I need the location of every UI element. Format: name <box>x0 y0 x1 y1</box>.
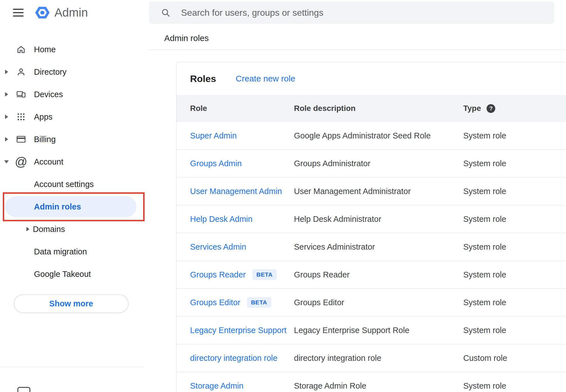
column-header-role: Role <box>190 104 294 113</box>
sidebar-item-label: Apps <box>34 112 53 122</box>
sidebar-item-billing[interactable]: Billing <box>0 128 149 151</box>
sidebar-item-label: Directory <box>34 67 67 77</box>
sidebar-item-data-migration[interactable]: Data migration <box>0 240 149 263</box>
roles-table-body: Super AdminGoogle Apps Administrator See… <box>177 122 566 392</box>
chevron-right-icon[interactable] <box>0 92 13 97</box>
sidebar-divider <box>0 367 144 367</box>
sidebar-item-label: Devices <box>34 90 63 99</box>
role-description: User Management Administrator <box>294 187 463 196</box>
roles-card-header: Roles Create new role <box>177 62 566 95</box>
roles-title: Roles <box>190 73 216 84</box>
role-type: System role <box>463 159 566 168</box>
admin-logo-icon <box>35 5 50 20</box>
role-description: Groups Administrator <box>294 159 463 168</box>
person-icon <box>13 67 29 77</box>
chevron-right-icon[interactable] <box>0 137 13 142</box>
sidebar-item-apps[interactable]: Apps <box>0 106 149 128</box>
role-description: Legacy Enterprise Support Role <box>294 326 463 335</box>
role-link[interactable]: Groups Reader <box>190 270 246 279</box>
role-description: Help Desk Administrator <box>294 215 463 224</box>
table-row: Services AdminServices AdministratorSyst… <box>177 233 566 261</box>
sidebar-item-label: Account settings <box>34 180 94 189</box>
column-header-type: Type ? <box>463 104 566 113</box>
menu-button[interactable] <box>13 9 24 17</box>
role-link[interactable]: directory integration role <box>190 354 277 363</box>
sidebar-item-admin-roles[interactable]: Admin roles <box>0 195 149 218</box>
role-type: System role <box>463 270 566 279</box>
content-divider <box>149 49 566 50</box>
billing-card-icon <box>13 134 29 144</box>
sidebar-item-label: Domains <box>33 225 65 234</box>
table-header: Role Role description Type ? <box>177 95 566 122</box>
role-description: directory integration role <box>294 354 463 363</box>
role-link[interactable]: Services Admin <box>190 242 246 252</box>
role-type: System role <box>463 381 566 391</box>
search-icon <box>161 8 170 17</box>
show-more-button[interactable]: Show more <box>14 294 129 313</box>
beta-badge: BETA <box>252 269 277 280</box>
sidebar-item-account[interactable]: @Account <box>0 151 149 173</box>
sidebar-nav: HomeDirectoryDevicesAppsBilling@AccountA… <box>0 38 149 285</box>
role-description: Groups Editor <box>294 298 463 307</box>
search-input[interactable] <box>181 7 554 18</box>
role-link[interactable]: Groups Admin <box>190 159 242 168</box>
column-header-type-label: Type <box>463 104 481 113</box>
role-type: System role <box>463 298 566 307</box>
sidebar-item-google-takeout[interactable]: Google Takeout <box>0 263 149 285</box>
role-link[interactable]: Groups Editor <box>190 298 240 307</box>
role-description: Groups Reader <box>294 270 463 279</box>
sidebar-item-label: Home <box>34 45 56 54</box>
column-header-description: Role description <box>294 104 463 113</box>
table-row: Groups EditorBETAGroups EditorSystem rol… <box>177 289 566 316</box>
admin-console: Admin HomeDirectoryDevicesAppsBilling@Ac… <box>0 0 566 392</box>
chevron-right-icon[interactable] <box>0 115 13 119</box>
role-link[interactable]: User Management Admin <box>190 187 282 196</box>
breadcrumb: Admin roles <box>164 33 209 43</box>
sidebar-item-label: Data migration <box>34 247 87 256</box>
help-icon[interactable]: ? <box>487 104 495 113</box>
sidebar-item-label: Google Takeout <box>34 270 91 279</box>
table-row: User Management AdminUser Management Adm… <box>177 177 566 205</box>
sidebar-item-account-settings[interactable]: Account settings <box>0 173 149 195</box>
role-type: System role <box>463 242 566 252</box>
search-bar[interactable] <box>149 1 554 24</box>
sidebar-header: Admin <box>0 0 149 25</box>
home-icon <box>13 44 29 54</box>
role-type: System role <box>463 326 566 335</box>
role-link[interactable]: Storage Admin <box>190 381 243 391</box>
role-type: System role <box>463 187 566 196</box>
sidebar-item-directory[interactable]: Directory <box>0 61 149 83</box>
beta-badge: BETA <box>247 297 271 308</box>
roles-card: Roles Create new role Role Role descript… <box>176 62 566 392</box>
table-row: Super AdminGoogle Apps Administrator See… <box>177 122 566 150</box>
app-title: Admin <box>54 6 88 19</box>
role-description: Services Administrator <box>294 242 463 252</box>
sidebar-item-label: Admin roles <box>34 202 81 211</box>
table-row: Storage AdminStorage Admin RoleSystem ro… <box>177 372 566 392</box>
role-description: Storage Admin Role <box>294 381 463 391</box>
sidebar-item-devices[interactable]: Devices <box>0 83 149 106</box>
sidebar: Admin HomeDirectoryDevicesAppsBilling@Ac… <box>0 0 149 392</box>
role-type: Custom role <box>463 354 566 363</box>
role-description: Google Apps Administrator Seed Role <box>294 131 463 140</box>
create-new-role-link[interactable]: Create new role <box>236 74 295 83</box>
admin-logo: Admin <box>35 5 88 20</box>
sidebar-item-domains[interactable]: Domains <box>0 218 149 240</box>
apps-grid-icon <box>13 112 29 122</box>
partial-icon <box>17 387 30 392</box>
table-row: directory integration roledirectory inte… <box>177 344 566 372</box>
table-row: Help Desk AdminHelp Desk AdministratorSy… <box>177 205 566 233</box>
table-row: Groups AdminGroups AdministratorSystem r… <box>177 150 566 177</box>
role-link[interactable]: Super Admin <box>190 131 237 140</box>
role-link[interactable]: Help Desk Admin <box>190 215 252 224</box>
sidebar-item-label: Billing <box>34 135 56 144</box>
sidebar-item-home[interactable]: Home <box>0 38 149 61</box>
role-type: System role <box>463 131 566 140</box>
devices-icon <box>13 89 29 99</box>
sidebar-item-label: Account <box>34 157 63 167</box>
chevron-right-icon[interactable] <box>26 227 29 231</box>
at-sign-icon: @ <box>13 156 29 168</box>
chevron-down-icon[interactable] <box>0 160 13 163</box>
role-link[interactable]: Legacy Enterprise Support <box>190 326 286 335</box>
chevron-right-icon[interactable] <box>0 70 13 74</box>
